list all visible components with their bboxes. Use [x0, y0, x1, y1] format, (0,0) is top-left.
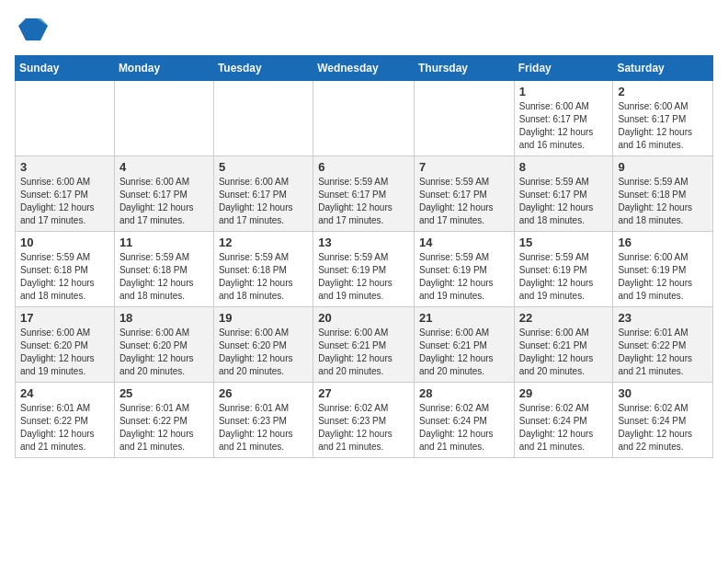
day-info: Sunrise: 5:59 AM Sunset: 6:18 PM Dayligh… [618, 176, 708, 227]
day-number: 28 [419, 386, 509, 400]
day-info: Sunrise: 6:02 AM Sunset: 6:24 PM Dayligh… [618, 402, 708, 454]
week-row-0: 1Sunrise: 6:00 AM Sunset: 6:17 PM Daylig… [16, 81, 713, 156]
calendar-cell: 29Sunrise: 6:02 AM Sunset: 6:24 PM Dayli… [514, 383, 613, 458]
weekday-header-monday: Monday [114, 56, 213, 81]
day-info: Sunrise: 6:00 AM Sunset: 6:17 PM Dayligh… [20, 176, 109, 227]
day-info: Sunrise: 6:00 AM Sunset: 6:17 PM Dayligh… [219, 176, 308, 227]
day-info: Sunrise: 6:02 AM Sunset: 6:23 PM Dayligh… [318, 402, 409, 454]
calendar-cell: 26Sunrise: 6:01 AM Sunset: 6:23 PM Dayli… [213, 383, 313, 458]
day-info: Sunrise: 6:00 AM Sunset: 6:19 PM Dayligh… [618, 251, 708, 303]
day-number: 11 [119, 236, 209, 249]
day-number: 18 [119, 311, 209, 325]
day-info: Sunrise: 6:01 AM Sunset: 6:22 PM Dayligh… [618, 327, 708, 378]
calendar-cell: 30Sunrise: 6:02 AM Sunset: 6:24 PM Dayli… [613, 383, 713, 458]
calendar-cell: 1Sunrise: 6:00 AM Sunset: 6:17 PM Daylig… [514, 81, 613, 156]
day-info: Sunrise: 6:01 AM Sunset: 6:22 PM Dayligh… [20, 402, 109, 454]
day-number: 20 [318, 311, 409, 325]
calendar-cell: 23Sunrise: 6:01 AM Sunset: 6:22 PM Dayli… [613, 307, 713, 383]
weekday-header-thursday: Thursday [414, 56, 514, 81]
calendar-cell: 24Sunrise: 6:01 AM Sunset: 6:22 PM Dayli… [16, 383, 115, 458]
logo [15, 15, 48, 44]
day-number: 27 [318, 386, 409, 400]
calendar-cell: 12Sunrise: 5:59 AM Sunset: 6:18 PM Dayli… [213, 232, 313, 307]
day-number: 4 [119, 160, 209, 174]
calendar-cell: 21Sunrise: 6:00 AM Sunset: 6:21 PM Dayli… [414, 307, 514, 383]
day-info: Sunrise: 5:59 AM Sunset: 6:19 PM Dayligh… [318, 251, 409, 303]
calendar-cell: 11Sunrise: 5:59 AM Sunset: 6:18 PM Dayli… [114, 232, 213, 307]
day-info: Sunrise: 6:00 AM Sunset: 6:20 PM Dayligh… [219, 327, 308, 378]
day-info: Sunrise: 5:59 AM Sunset: 6:19 PM Dayligh… [519, 251, 609, 303]
calendar-cell [414, 81, 514, 156]
day-number: 8 [519, 160, 609, 174]
calendar-cell: 20Sunrise: 6:00 AM Sunset: 6:21 PM Dayli… [313, 307, 415, 383]
calendar-cell: 19Sunrise: 6:00 AM Sunset: 6:20 PM Dayli… [213, 307, 313, 383]
calendar-cell: 27Sunrise: 6:02 AM Sunset: 6:23 PM Dayli… [313, 383, 415, 458]
calendar-cell: 3Sunrise: 6:00 AM Sunset: 6:17 PM Daylig… [16, 156, 115, 232]
calendar-cell: 28Sunrise: 6:02 AM Sunset: 6:24 PM Dayli… [414, 383, 514, 458]
page-header [15, 15, 713, 44]
calendar-cell: 16Sunrise: 6:00 AM Sunset: 6:19 PM Dayli… [613, 232, 713, 307]
day-number: 9 [618, 160, 708, 174]
calendar-cell: 7Sunrise: 5:59 AM Sunset: 6:17 PM Daylig… [414, 156, 514, 232]
week-row-3: 17Sunrise: 6:00 AM Sunset: 6:20 PM Dayli… [16, 307, 713, 383]
day-number: 3 [20, 160, 109, 174]
calendar-cell: 9Sunrise: 5:59 AM Sunset: 6:18 PM Daylig… [613, 156, 713, 232]
week-row-1: 3Sunrise: 6:00 AM Sunset: 6:17 PM Daylig… [16, 156, 713, 232]
calendar-cell [16, 81, 115, 156]
day-info: Sunrise: 5:59 AM Sunset: 6:17 PM Dayligh… [519, 176, 609, 227]
calendar-cell [213, 81, 313, 156]
day-number: 21 [419, 311, 509, 325]
day-number: 13 [318, 236, 409, 249]
day-info: Sunrise: 6:02 AM Sunset: 6:24 PM Dayligh… [419, 402, 509, 454]
day-number: 15 [519, 236, 609, 249]
day-number: 17 [20, 311, 109, 325]
day-number: 22 [519, 311, 609, 325]
calendar-table: SundayMondayTuesdayWednesdayThursdayFrid… [15, 55, 713, 458]
day-number: 7 [419, 160, 509, 174]
day-info: Sunrise: 5:59 AM Sunset: 6:18 PM Dayligh… [219, 251, 308, 303]
calendar-cell: 5Sunrise: 6:00 AM Sunset: 6:17 PM Daylig… [213, 156, 313, 232]
day-info: Sunrise: 6:00 AM Sunset: 6:17 PM Dayligh… [119, 176, 209, 227]
day-number: 24 [20, 386, 109, 400]
calendar-cell: 4Sunrise: 6:00 AM Sunset: 6:17 PM Daylig… [114, 156, 213, 232]
day-number: 5 [219, 160, 308, 174]
day-info: Sunrise: 5:59 AM Sunset: 6:18 PM Dayligh… [119, 251, 209, 303]
weekday-header-wednesday: Wednesday [313, 56, 415, 81]
day-number: 23 [618, 311, 708, 325]
day-info: Sunrise: 6:00 AM Sunset: 6:17 PM Dayligh… [519, 100, 609, 152]
day-info: Sunrise: 6:00 AM Sunset: 6:21 PM Dayligh… [519, 327, 609, 378]
calendar-cell: 8Sunrise: 5:59 AM Sunset: 6:17 PM Daylig… [514, 156, 613, 232]
calendar-cell: 18Sunrise: 6:00 AM Sunset: 6:20 PM Dayli… [114, 307, 213, 383]
day-info: Sunrise: 6:00 AM Sunset: 6:21 PM Dayligh… [419, 327, 509, 378]
calendar-cell [313, 81, 415, 156]
day-info: Sunrise: 6:01 AM Sunset: 6:23 PM Dayligh… [219, 402, 308, 454]
weekday-header-sunday: Sunday [16, 56, 115, 81]
day-info: Sunrise: 5:59 AM Sunset: 6:19 PM Dayligh… [419, 251, 509, 303]
day-number: 2 [618, 85, 708, 98]
calendar-cell: 2Sunrise: 6:00 AM Sunset: 6:17 PM Daylig… [613, 81, 713, 156]
calendar-cell: 14Sunrise: 5:59 AM Sunset: 6:19 PM Dayli… [414, 232, 514, 307]
day-info: Sunrise: 5:59 AM Sunset: 6:18 PM Dayligh… [20, 251, 109, 303]
day-info: Sunrise: 6:00 AM Sunset: 6:17 PM Dayligh… [618, 100, 708, 152]
week-row-2: 10Sunrise: 5:59 AM Sunset: 6:18 PM Dayli… [16, 232, 713, 307]
weekday-header-friday: Friday [514, 56, 613, 81]
day-number: 1 [519, 85, 609, 98]
calendar-cell [114, 81, 213, 156]
day-number: 30 [618, 386, 708, 400]
day-number: 29 [519, 386, 609, 400]
day-number: 16 [618, 236, 708, 249]
day-number: 26 [219, 386, 308, 400]
week-row-4: 24Sunrise: 6:01 AM Sunset: 6:22 PM Dayli… [16, 383, 713, 458]
weekday-header-row: SundayMondayTuesdayWednesdayThursdayFrid… [16, 56, 713, 81]
calendar-cell: 17Sunrise: 6:00 AM Sunset: 6:20 PM Dayli… [16, 307, 115, 383]
day-info: Sunrise: 6:00 AM Sunset: 6:20 PM Dayligh… [119, 327, 209, 378]
calendar-cell: 10Sunrise: 5:59 AM Sunset: 6:18 PM Dayli… [16, 232, 115, 307]
day-number: 19 [219, 311, 308, 325]
weekday-header-tuesday: Tuesday [213, 56, 313, 81]
day-number: 12 [219, 236, 308, 249]
logo-icon [18, 15, 48, 44]
day-info: Sunrise: 5:59 AM Sunset: 6:17 PM Dayligh… [318, 176, 409, 227]
calendar-cell: 13Sunrise: 5:59 AM Sunset: 6:19 PM Dayli… [313, 232, 415, 307]
day-info: Sunrise: 6:01 AM Sunset: 6:22 PM Dayligh… [119, 402, 209, 454]
calendar-cell: 15Sunrise: 5:59 AM Sunset: 6:19 PM Dayli… [514, 232, 613, 307]
